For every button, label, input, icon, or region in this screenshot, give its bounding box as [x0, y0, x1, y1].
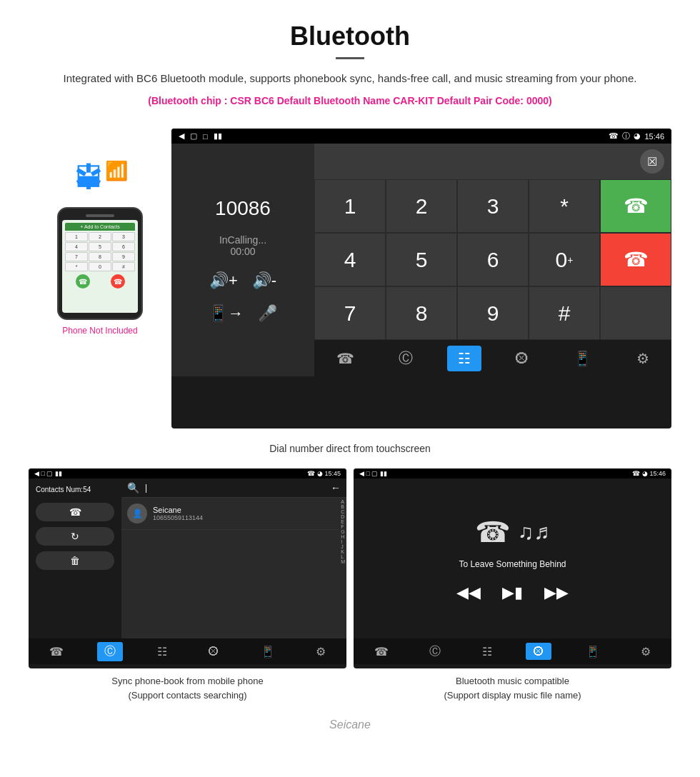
status-left-icons: ◀ ▢ □ ▮▮	[179, 131, 222, 141]
numpad-9[interactable]: 9	[457, 286, 529, 340]
contacts-back-icon: ◀	[34, 470, 39, 477]
call-button-red[interactable]: ☎	[600, 233, 671, 286]
numpad-3[interactable]: 3	[457, 179, 529, 233]
dialer-caption: Dial number direct from touchscreen	[29, 436, 671, 461]
contacts-phone-icon: ☎	[307, 470, 315, 477]
alpha-f[interactable]: F	[341, 524, 345, 529]
numpad-7[interactable]: 7	[314, 286, 386, 340]
phone-key-star[interactable]: *	[65, 262, 88, 271]
contacts-caption-main: Sync phone-book from mobile phone	[32, 674, 343, 688]
bottom-call-icon[interactable]: ☎	[326, 346, 365, 371]
contacts-bottom-transfer[interactable]: 📱	[254, 643, 282, 661]
music-bottom-transfer[interactable]: 📱	[579, 643, 607, 661]
numpad-hash[interactable]: #	[529, 286, 600, 340]
music-bottom-call[interactable]: ☎	[367, 643, 396, 661]
contact-item-seicane[interactable]: 👤 Seicane 10655059113144	[121, 498, 339, 530]
contacts-caption: Sync phone-book from mobile phone (Suppo…	[29, 668, 346, 708]
phone-key-1[interactable]: 1	[65, 232, 88, 241]
alpha-e[interactable]: E	[341, 519, 345, 524]
phone-key-6[interactable]: 6	[112, 242, 135, 251]
phone-key-7[interactable]: 7	[65, 252, 88, 261]
phone-key-4[interactable]: 4	[65, 242, 88, 251]
alpha-h[interactable]: H	[341, 534, 345, 539]
dialer-number: 10086	[215, 197, 271, 220]
contacts-bottom-settings[interactable]: ⚙	[309, 643, 333, 661]
music-bottom-bar: ☎ Ⓒ ☷ ⮿ 📱 ⚙	[354, 638, 671, 664]
numpad-4[interactable]: 4	[314, 233, 386, 286]
contacts-bottom-bar: ☎ Ⓒ ☷ ⮿ 📱 ⚙	[29, 638, 346, 664]
bottom-transfer-icon[interactable]: 📱	[563, 346, 602, 371]
music-caption-main: Bluetooth music compatible	[357, 674, 668, 688]
contacts-bottom-contacts[interactable]: Ⓒ	[97, 642, 123, 661]
contact-delete-button[interactable]: 🗑	[36, 551, 114, 570]
bottom-bluetooth-icon[interactable]: ⮿	[504, 346, 540, 371]
numpad-5[interactable]: 5	[386, 233, 457, 286]
phone-call-button[interactable]: ☎	[76, 274, 90, 289]
phone-key-8[interactable]: 8	[89, 252, 111, 261]
music-bottom-keypad[interactable]: ☷	[475, 643, 499, 661]
music-play-pause-button[interactable]: ▶▮	[502, 583, 523, 602]
contacts-bottom-keypad[interactable]: ☷	[150, 643, 174, 661]
phone-key-hash[interactable]: #	[112, 262, 135, 271]
mute-icon[interactable]: 🎤	[258, 304, 277, 323]
phone-key-2[interactable]: 2	[89, 232, 111, 241]
phone-key-0[interactable]: 0	[89, 262, 111, 271]
alpha-g[interactable]: G	[341, 529, 345, 534]
alpha-k[interactable]: K	[341, 549, 345, 554]
alpha-b[interactable]: B	[341, 504, 345, 509]
contacts-sidebar: Contacts Num:54 ☎ ↻ 🗑	[29, 478, 121, 638]
numpad-0plus[interactable]: 0+	[529, 233, 600, 286]
status-right-area: ☎ ⓘ ◕ 15:46	[609, 131, 664, 141]
alpha-d[interactable]: D	[341, 514, 345, 519]
contacts-list: 👤 Seicane 10655059113144	[121, 498, 339, 638]
alpha-j[interactable]: J	[341, 544, 345, 549]
numpad-2[interactable]: 2	[386, 179, 457, 233]
phone-key-9[interactable]: 9	[112, 252, 135, 261]
music-notif-icons: ▮▮	[380, 470, 387, 477]
music-next-button[interactable]: ▶▶	[544, 583, 569, 602]
phone-key-5[interactable]: 5	[89, 242, 111, 251]
music-bottom-contacts[interactable]: Ⓒ	[422, 642, 448, 661]
dialer-action-buttons: 📱→ 🎤	[209, 304, 277, 323]
transfer-call-icon[interactable]: 📱→	[209, 304, 244, 323]
call-button-green[interactable]: ☎	[600, 179, 671, 233]
location-icon: ⓘ	[622, 131, 630, 141]
contact-call-button[interactable]: ☎	[36, 503, 114, 521]
music-song-title: To Leave Something Behind	[459, 559, 566, 569]
notification-icons: ▮▮	[214, 131, 222, 141]
contacts-bottom-call[interactable]: ☎	[42, 643, 71, 661]
music-bottom-bluetooth[interactable]: ⮿	[526, 643, 551, 660]
phone-screen-header: + Add to Contacts	[65, 223, 135, 231]
numpad-1[interactable]: 1	[314, 179, 386, 233]
bottom-settings-icon[interactable]: ⚙	[626, 346, 660, 371]
numpad-empty	[600, 286, 671, 340]
bottom-contacts-icon[interactable]: Ⓒ	[388, 344, 424, 372]
music-prev-button[interactable]: ◀◀	[456, 583, 481, 602]
phone-bottom-buttons: ☎ ☎	[65, 274, 135, 289]
phone-key-3[interactable]: 3	[112, 232, 135, 241]
alpha-l[interactable]: L	[341, 554, 345, 559]
music-playback-controls: ◀◀ ▶▮ ▶▶	[456, 583, 569, 602]
contacts-status-bar: ◀ □ ▢ ▮▮ ☎ ◕ 15:45	[29, 468, 346, 478]
contact-sync-button[interactable]: ↻	[36, 527, 114, 546]
music-bottom-settings[interactable]: ⚙	[634, 643, 658, 661]
contacts-android-screen: ◀ □ ▢ ▮▮ ☎ ◕ 15:45 Contacts Num:54	[29, 468, 346, 668]
volume-up-icon[interactable]: 🔊+	[209, 271, 238, 290]
contacts-bottom-bluetooth[interactable]: ⮿	[201, 643, 226, 660]
contacts-wifi-icon: ◕	[317, 470, 323, 477]
alpha-a[interactable]: A	[341, 499, 345, 504]
title-divider	[336, 57, 364, 59]
alpha-i[interactable]: I	[341, 539, 345, 544]
bottom-keypad-icon[interactable]: ☷	[447, 346, 481, 371]
volume-down-icon[interactable]: 🔊-	[252, 271, 276, 290]
seicane-watermark: Seicane	[29, 715, 671, 735]
phone-end-button[interactable]: ☎	[111, 274, 125, 289]
music-caption: Bluetooth music compatible (Support disp…	[354, 668, 671, 708]
alpha-m[interactable]: M	[341, 559, 345, 564]
numpad-8[interactable]: 8	[386, 286, 457, 340]
back-arrow-icon[interactable]: ←	[331, 482, 341, 493]
backspace-button[interactable]: ☒	[640, 149, 664, 174]
numpad-6[interactable]: 6	[457, 233, 529, 286]
alpha-c[interactable]: C	[341, 509, 345, 514]
numpad-star[interactable]: *	[529, 179, 600, 233]
